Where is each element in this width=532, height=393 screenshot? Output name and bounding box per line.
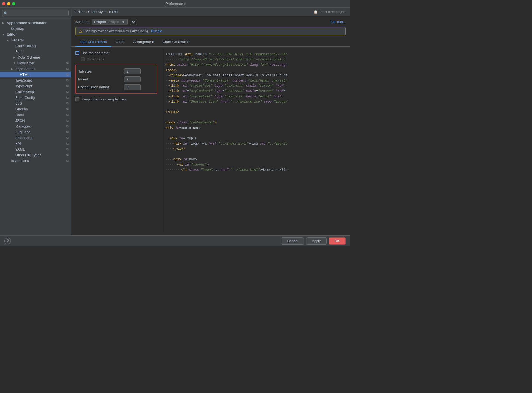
copy-icon: ⧉ [66,73,69,76]
bottom-bar: ? Cancel Apply OK [0,235,350,246]
sidebar-item-editorconfig[interactable]: EditorConfig ⧉ [0,95,71,100]
minimize-button[interactable] [7,2,10,5]
sidebar-item-ejs[interactable]: EJS ⧉ [0,100,71,106]
sidebar-label: Markdown [15,124,65,128]
sidebar-item-yaml[interactable]: YAML ⧉ [0,146,71,152]
maximize-button[interactable] [12,2,15,5]
smart-tabs-checkbox[interactable] [81,57,85,61]
sidebar-item-general[interactable]: ▶ General [0,37,71,43]
sidebar-label: Font [15,50,69,54]
tab-code-generation[interactable]: Code Generation [158,37,194,47]
settings-panel: Use tab character Smart tabs Tab size: I… [71,47,350,235]
code-line [165,152,342,157]
sidebar-item-typescript[interactable]: TypeScript ⧉ [0,83,71,89]
sidebar-item-font[interactable]: Font [0,49,71,54]
sidebar-item-code-editing[interactable]: Code Editing [0,43,71,49]
code-line: </head> [165,110,342,115]
search-box: 🔍 [0,8,71,19]
search-input[interactable] [2,10,69,16]
sidebar-item-keymap[interactable]: Keymap [0,26,71,31]
sidebar-item-pug-jade[interactable]: Pug/Jade ⧉ [0,129,71,135]
copy-icon: ⧉ [66,79,69,82]
copy-icon: ⧉ [66,142,69,145]
apply-button[interactable]: Apply [306,237,327,245]
sidebar-label: YAML [15,147,65,151]
copy-icon: ⧉ [66,125,69,128]
tab-other[interactable]: Other [111,37,129,47]
close-button[interactable] [2,2,5,5]
disable-link[interactable]: Disable [151,29,162,33]
sidebar-label: CoffeeScript [15,90,65,94]
sidebar-item-xml[interactable]: XML ⧉ [0,141,71,146]
sidebar-label: Code Style [13,61,65,65]
expand-arrow: ▼ [7,62,13,65]
sidebar-item-code-style[interactable]: ▼ Code Style ⧉ [0,60,71,66]
tabs-row: Tabs and Indents Other Arrangement Code … [71,37,350,47]
code-line: <div id=container> [165,126,342,131]
indent-row: Indent: [78,75,155,83]
breadcrumb-code-style[interactable]: Code Style [88,10,106,14]
sidebar-item-other-file-types[interactable]: Other File Types ⧉ [0,152,71,158]
sidebar-item-haml[interactable]: Haml ⧉ [0,112,71,118]
sidebar-item-javascript[interactable]: JavaScript ⧉ [0,77,71,83]
sidebar-label: XML [15,141,65,146]
sidebar-label: TypeScript [15,84,65,88]
tab-tabs-indents[interactable]: Tabs and Indents [75,37,111,47]
sidebar-label: JSON [15,119,65,123]
warning-banner: ⚠ Settings may be overridden by EditorCo… [75,27,346,35]
breadcrumb-editor[interactable]: Editor [75,10,85,14]
copy-icon: ⧉ [66,102,69,105]
sidebar-item-gherkin[interactable]: Gherkin ⧉ [0,106,71,112]
code-line: ····<div id='logo'><a href="../index.htm… [165,141,342,146]
tab-arrangement[interactable]: Arrangement [129,37,158,47]
use-tab-character-row: Use tab character [75,50,157,56]
sidebar-item-coffeescript[interactable]: CoffeeScript ⧉ [0,89,71,95]
sidebar-item-markdown[interactable]: Markdown ⧉ [0,123,71,129]
sidebar-item-html[interactable]: HTML ⧉ [0,72,71,77]
sidebar-item-color-scheme[interactable]: ▶ Color Scheme [0,54,71,60]
sidebar-item-inspections[interactable]: Inspections ⧉ [0,158,71,164]
set-from-link[interactable]: Set from... [331,20,346,24]
sidebar-item-style-sheets[interactable]: ▶ Style Sheets ⧉ [0,66,71,72]
sidebar-label: Editor [7,32,69,36]
code-line: <head> [165,68,342,73]
sidebar-label: Haml [15,113,65,117]
breadcrumb-sep2: › [107,10,108,14]
sidebar-item-editor[interactable]: ▼ Editor [0,31,71,37]
indent-input[interactable] [124,76,141,82]
scheme-label: Scheme: [75,20,89,24]
sidebar-item-appearance-behavior[interactable]: ▶ Appearance & Behavior [0,20,71,26]
sidebar-item-shell-script[interactable]: Shell Script ⧉ [0,135,71,141]
scheme-gear-button[interactable]: ⚙ [130,19,137,25]
sidebar-label: EJS [15,101,65,105]
breadcrumb-sep1: › [86,10,87,14]
settings-left: Use tab character Smart tabs Tab size: I… [75,50,157,232]
keep-indents-label: Keep indents on empty lines [81,97,126,101]
traffic-lights [2,2,15,5]
tab-size-label: Tab size: [78,69,122,73]
code-line: <html xmlns="http://www.w3.org/1999/xhtm… [165,62,342,68]
ok-button[interactable]: OK [329,237,346,245]
sidebar-item-json[interactable]: JSON ⧉ [0,118,71,123]
use-tab-character-checkbox[interactable] [75,51,79,55]
keep-indents-checkbox[interactable] [75,97,79,101]
copy-icon: ⧉ [66,84,69,88]
code-line [165,115,342,120]
cancel-button[interactable]: Cancel [282,237,304,245]
continuation-indent-row: Continuation indent: [78,83,155,91]
code-preview: <!DOCTYPE html PUBLIC "-//W3C//DTD XHTML… [162,50,346,232]
scheme-value-bold: Project [94,20,106,24]
sidebar-label: Shell Script [15,136,65,140]
window-title: Preferences [165,2,185,6]
expand-arrow: ▶ [11,67,15,70]
code-line: ··<link rel="stylesheet" type="text/css"… [165,94,342,99]
scheme-select[interactable]: Project Project ▼ [92,19,127,25]
continuation-indent-input[interactable] [124,84,141,90]
copy-icon: ⧉ [66,119,69,122]
tab-size-input[interactable] [124,68,141,74]
copy-icon: ⧉ [66,107,69,111]
scheme-value-normal: Project [108,20,119,24]
indent-settings-box: Tab size: Indent: Continuation indent: [75,65,157,94]
help-button[interactable]: ? [4,238,11,244]
code-line: ··<link rel="stylesheet" type="text/css"… [165,83,342,89]
